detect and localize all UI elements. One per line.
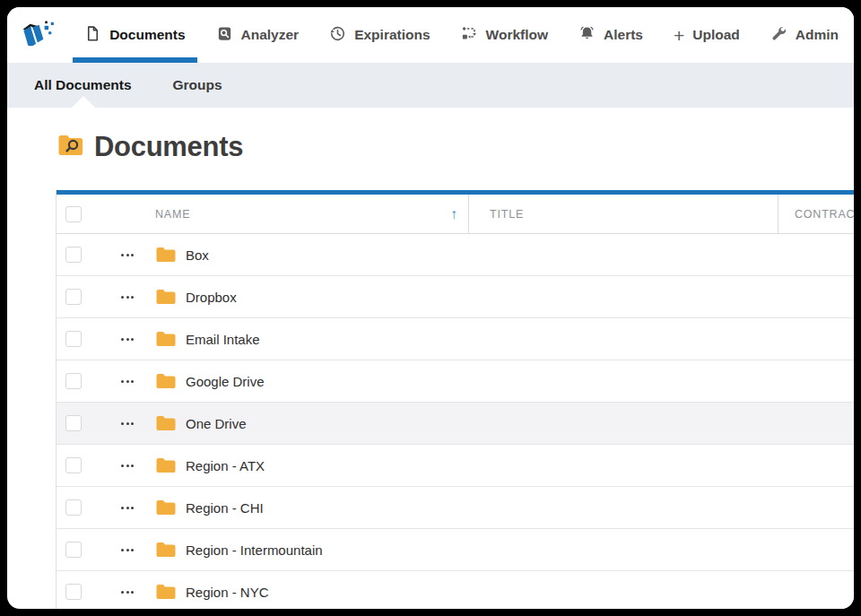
documents-table: NAME ↑ TITLE CONTRACT Box: [56, 190, 854, 609]
workflow-icon: [461, 25, 478, 46]
row-menu-button[interactable]: [117, 586, 137, 599]
row-checkbox[interactable]: [65, 289, 82, 305]
folder-link[interactable]: Region - CHI: [155, 499, 264, 516]
folder-name: One Drive: [186, 416, 247, 431]
history-clock-icon: [329, 25, 346, 46]
folder-name: Box: [186, 247, 209, 263]
folder-name: Region - CHI: [186, 500, 264, 516]
nav-tab-label: Expirations: [354, 27, 430, 43]
column-header-name[interactable]: NAME ↑: [155, 195, 469, 233]
table-row[interactable]: Region - NYC: [57, 571, 854, 609]
page-header: Documents: [57, 131, 854, 163]
row-menu-button[interactable]: [117, 291, 137, 304]
nav-tab-alerts[interactable]: Alerts: [563, 7, 658, 63]
table-header-row: NAME ↑ TITLE CONTRACT: [57, 195, 854, 234]
sort-ascending-icon: ↑: [450, 206, 457, 222]
row-checkbox[interactable]: [65, 415, 82, 431]
nav-tab-analyzer[interactable]: Analyzer: [201, 7, 315, 63]
select-all-checkbox[interactable]: [65, 206, 82, 222]
plus-icon: +: [674, 26, 684, 45]
folder-link[interactable]: Email Intake: [155, 330, 260, 348]
folder-name: Region - Intermountain: [186, 542, 323, 558]
folder-link[interactable]: Box: [155, 246, 209, 264]
row-checkbox[interactable]: [65, 499, 82, 516]
column-header-contract[interactable]: CONTRACT: [778, 208, 854, 221]
app-window: Documents Analyzer Expirations Workflow: [7, 7, 854, 609]
row-menu-button[interactable]: [117, 417, 137, 430]
row-checkbox[interactable]: [65, 584, 82, 600]
document-icon: [84, 25, 101, 46]
folder-icon: [155, 499, 177, 516]
table-row[interactable]: Google Drive: [57, 360, 854, 403]
active-tab-notch: [72, 96, 95, 108]
folder-search-icon: [57, 134, 84, 161]
row-checkbox[interactable]: [65, 542, 82, 558]
subnav-groups[interactable]: Groups: [173, 77, 222, 93]
folder-link[interactable]: Google Drive: [155, 372, 265, 390]
row-menu-button[interactable]: [117, 333, 137, 346]
table-row[interactable]: Dropbox: [57, 276, 854, 318]
bell-icon: [578, 25, 596, 46]
folder-link[interactable]: Region - Intermountain: [155, 541, 323, 559]
nav-tab-label: Alerts: [604, 27, 643, 43]
folder-icon: [155, 372, 177, 390]
primary-nav: Documents Analyzer Expirations Workflow: [69, 7, 854, 63]
table-row[interactable]: One Drive: [57, 403, 854, 445]
row-menu-button[interactable]: [117, 543, 137, 557]
folder-link[interactable]: Region - ATX: [155, 456, 265, 474]
nav-tab-documents[interactable]: Documents: [69, 7, 200, 63]
wrench-icon: [770, 25, 787, 46]
table-body: Box Dropbox Email Intake: [57, 234, 854, 609]
table-row[interactable]: Box: [57, 234, 854, 276]
row-checkbox[interactable]: [65, 247, 82, 263]
nav-tab-label: Workflow: [486, 27, 548, 43]
document-search-icon: [216, 25, 233, 46]
nav-tab-workflow[interactable]: Workflow: [446, 7, 563, 63]
folder-icon: [155, 288, 177, 306]
nav-tab-upload[interactable]: + Upload: [658, 7, 755, 63]
top-navbar: Documents Analyzer Expirations Workflow: [7, 7, 854, 63]
documents-subnav: All Documents Groups: [7, 63, 854, 108]
table-row[interactable]: Region - Intermountain: [57, 529, 854, 571]
page-title: Documents: [94, 131, 243, 163]
subnav-all-documents[interactable]: All Documents: [34, 77, 132, 93]
folder-icon: [155, 456, 177, 474]
row-checkbox[interactable]: [65, 373, 82, 389]
row-menu-button[interactable]: [117, 501, 137, 515]
nav-tab-expirations[interactable]: Expirations: [314, 7, 445, 63]
folder-icon: [155, 541, 177, 559]
folder-name: Google Drive: [186, 374, 265, 389]
folder-link[interactable]: Region - NYC: [155, 583, 269, 601]
row-menu-button[interactable]: [117, 375, 137, 388]
folder-name: Email Intake: [186, 332, 260, 347]
table-row[interactable]: Region - ATX: [57, 445, 854, 487]
row-menu-button[interactable]: [117, 248, 137, 262]
row-menu-button[interactable]: [117, 459, 137, 473]
folder-icon: [155, 246, 177, 264]
folder-link[interactable]: One Drive: [155, 414, 247, 432]
nav-tab-label: Analyzer: [241, 27, 300, 43]
folder-icon: [155, 414, 177, 432]
row-checkbox[interactable]: [65, 457, 82, 473]
nav-tab-label: Admin: [796, 27, 839, 43]
folder-link[interactable]: Dropbox: [155, 288, 237, 306]
column-header-title[interactable]: TITLE: [469, 195, 778, 233]
nav-tab-label: Upload: [692, 27, 740, 43]
nav-tab-admin[interactable]: Admin: [755, 7, 854, 63]
table-row[interactable]: Email Intake: [57, 318, 854, 360]
app-logo-icon[interactable]: [20, 13, 57, 56]
folder-icon: [155, 583, 177, 601]
folder-name: Dropbox: [186, 290, 237, 305]
folder-name: Region - ATX: [186, 458, 265, 473]
row-checkbox[interactable]: [65, 331, 82, 347]
folder-name: Region - NYC: [186, 585, 269, 600]
folder-icon: [155, 330, 177, 348]
table-row[interactable]: Region - CHI: [57, 487, 854, 529]
nav-tab-label: Documents: [109, 27, 185, 43]
